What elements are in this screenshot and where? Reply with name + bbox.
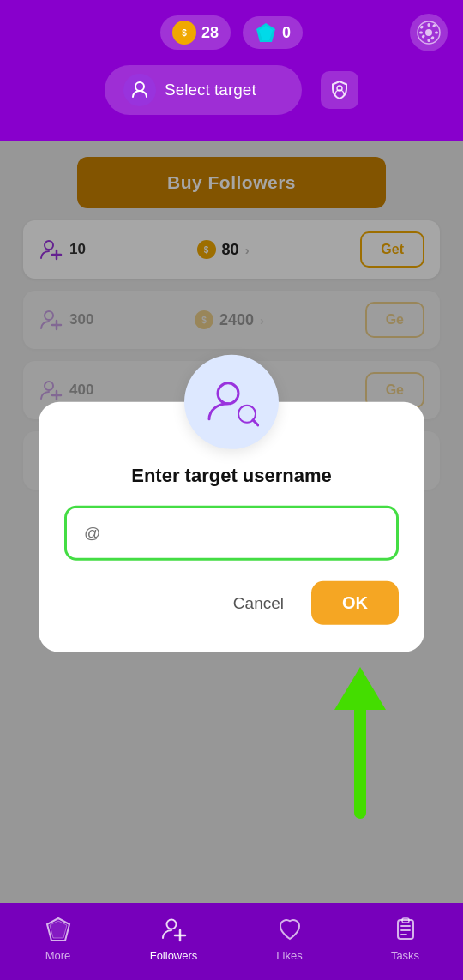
svg-point-36 — [166, 920, 176, 929]
username-input[interactable] — [70, 512, 393, 555]
svg-rect-6 — [428, 23, 430, 27]
svg-line-30 — [253, 420, 258, 425]
svg-point-14 — [135, 82, 144, 91]
nav-item-followers[interactable]: Followers — [116, 914, 232, 962]
nav-label-followers: Followers — [150, 949, 198, 962]
svg-rect-11 — [430, 36, 435, 40]
svg-rect-7 — [428, 39, 430, 42]
diamond-nav-icon — [43, 914, 74, 945]
likes-nav-icon — [274, 914, 305, 945]
svg-rect-12 — [421, 34, 425, 39]
bottom-nav: More Followers Likes — [0, 903, 463, 980]
coins-badge: $ 28 — [160, 15, 231, 50]
svg-marker-35 — [50, 921, 67, 938]
enter-username-dialog: Enter target username Cancel OK — [39, 402, 424, 652]
nav-label-likes: Likes — [276, 949, 302, 962]
dialog-title: Enter target username — [131, 465, 332, 487]
dialog-avatar-icon — [184, 355, 279, 449]
coin-icon: $ — [172, 21, 196, 45]
svg-text:$: $ — [182, 28, 187, 38]
username-input-wrapper — [64, 506, 399, 561]
ok-button[interactable]: OK — [311, 581, 399, 625]
nav-item-likes[interactable]: Likes — [232, 914, 347, 962]
shield-button[interactable] — [321, 71, 358, 109]
diamonds-badge: 0 — [243, 16, 303, 49]
green-arrow-indicator — [326, 667, 394, 821]
svg-rect-9 — [435, 32, 438, 34]
tasks-nav-icon — [390, 914, 421, 945]
diamond-icon — [255, 21, 277, 44]
header: $ 28 0 — [0, 0, 463, 141]
svg-point-28 — [218, 383, 238, 404]
svg-rect-8 — [419, 32, 423, 34]
main-content: Buy Followers 10 $ 80 › Get — [0, 141, 463, 903]
cancel-button[interactable]: Cancel — [221, 585, 296, 621]
settings-button[interactable] — [410, 14, 448, 51]
dialog-actions: Cancel OK — [64, 581, 399, 625]
top-row: $ 28 0 — [0, 15, 463, 50]
svg-marker-33 — [334, 667, 386, 710]
select-target-button[interactable]: Select target — [105, 65, 302, 115]
user-avatar-icon — [123, 74, 156, 106]
svg-point-5 — [425, 29, 432, 36]
diamond-count: 0 — [282, 24, 291, 42]
followers-nav-icon — [159, 914, 189, 945]
coin-count: 28 — [201, 24, 219, 42]
nav-label-tasks: Tasks — [391, 949, 419, 962]
nav-label-more: More — [45, 949, 71, 962]
select-target-label: Select target — [165, 81, 256, 99]
nav-item-more[interactable]: More — [0, 914, 116, 962]
nav-item-tasks[interactable]: Tasks — [347, 914, 463, 962]
